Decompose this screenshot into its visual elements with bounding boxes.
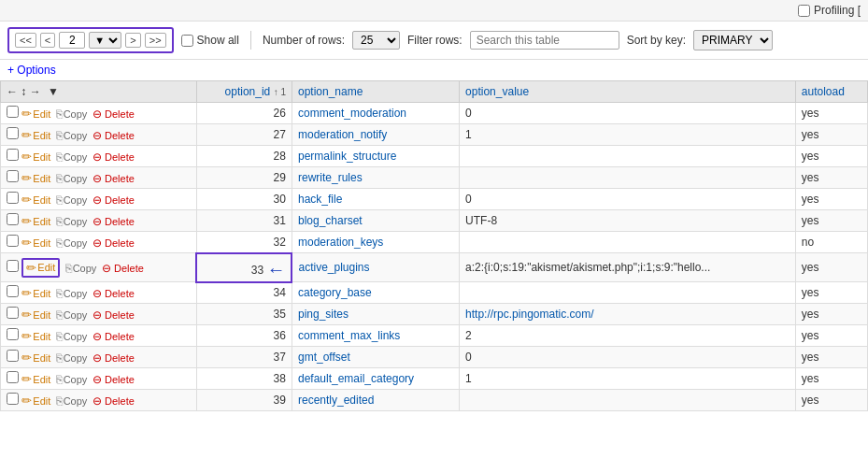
edit-link[interactable]: ✏ Edit xyxy=(21,193,50,207)
copy-link[interactable]: ⎘ Copy xyxy=(56,287,88,300)
option-name-link[interactable]: category_base xyxy=(298,286,372,299)
option-name-link[interactable]: moderation_keys xyxy=(298,236,383,249)
option-name-cell: rewrite_rules xyxy=(292,167,459,189)
delete-link[interactable]: Delete xyxy=(105,151,135,163)
edit-link[interactable]: ✏ Edit xyxy=(21,107,50,121)
copy-link[interactable]: ⎘ Copy xyxy=(56,330,88,343)
option-name-link[interactable]: rewrite_rules xyxy=(298,171,363,184)
edit-link[interactable]: ✏ Edit xyxy=(21,329,50,343)
copy-link[interactable]: ⎘ Copy xyxy=(56,308,88,322)
num-rows-select[interactable]: 25 50 100 xyxy=(352,31,400,50)
sort-autoload-link[interactable]: autoload xyxy=(802,85,845,98)
options-link[interactable]: + Options xyxy=(7,64,56,77)
option-name-link[interactable]: default_email_category xyxy=(298,372,414,385)
row-checkbox[interactable] xyxy=(7,393,19,405)
page-select[interactable]: ▼ xyxy=(89,32,121,49)
copy-icon: ⎘ xyxy=(56,373,63,386)
copy-link[interactable]: ⎘ Copy xyxy=(56,172,88,185)
row-checkbox[interactable] xyxy=(7,235,19,247)
row-checkbox[interactable] xyxy=(7,149,19,161)
edit-link[interactable]: ✏ Edit xyxy=(21,394,50,408)
row-checkbox[interactable] xyxy=(7,192,19,204)
delete-link[interactable]: Delete xyxy=(105,237,135,249)
option-value-cell: 2 xyxy=(460,325,796,347)
edit-cell: ✏ Edit xyxy=(21,287,53,300)
table-row: ✏ Edit ⎘ Copy ⊖ Delete 37 gmt_offset 0 y… xyxy=(1,347,868,368)
edit-link[interactable]: ✏ Edit xyxy=(21,171,50,185)
option-name-link[interactable]: permalink_structure xyxy=(298,150,396,163)
copy-link[interactable]: ⎘ Copy xyxy=(56,129,88,142)
first-page-button[interactable]: << xyxy=(15,33,36,48)
copy-link[interactable]: ⎘ Copy xyxy=(56,108,88,121)
option-name-link[interactable]: recently_edited xyxy=(298,394,374,407)
delete-link[interactable]: Delete xyxy=(105,130,135,141)
option-name-link[interactable]: hack_file xyxy=(298,193,342,206)
sort-option-id-link[interactable]: option_id xyxy=(225,85,271,98)
row-checkbox[interactable] xyxy=(7,285,19,297)
option-name-link[interactable]: gmt_offset xyxy=(298,351,350,364)
delete-link[interactable]: Delete xyxy=(105,173,135,184)
copy-link[interactable]: ⎘ Copy xyxy=(56,215,88,228)
delete-link[interactable]: Delete xyxy=(105,352,135,364)
sort-key-select[interactable]: PRIMARY xyxy=(693,30,773,50)
delete-link[interactable]: Delete xyxy=(105,395,135,407)
edit-link[interactable]: ✏ Edit xyxy=(21,150,50,164)
option-name-link[interactable]: ping_sites xyxy=(298,308,349,321)
option-name-link[interactable]: comment_moderation xyxy=(298,107,406,120)
option-name-link[interactable]: active_plugins xyxy=(298,261,369,274)
page-number-input[interactable] xyxy=(59,32,85,49)
next-page-button[interactable]: > xyxy=(125,33,140,48)
row-checkbox[interactable] xyxy=(7,127,19,139)
delete-link[interactable]: Delete xyxy=(105,331,135,342)
autoload-cell: yes xyxy=(795,304,867,325)
row-checkbox[interactable] xyxy=(7,328,19,340)
option-value-text: 0 xyxy=(465,193,472,206)
edit-link[interactable]: ✏ Edit xyxy=(21,214,50,228)
profiling-checkbox[interactable] xyxy=(798,5,810,17)
row-checkbox[interactable] xyxy=(7,213,19,225)
sort-option-value-link[interactable]: option_value xyxy=(465,85,529,98)
copy-link[interactable]: ⎘ Copy xyxy=(56,351,88,365)
copy-link[interactable]: ⎘ Copy xyxy=(65,262,97,275)
copy-link[interactable]: ⎘ Copy xyxy=(56,194,88,207)
copy-icon: ⎘ xyxy=(65,262,72,275)
delete-link[interactable]: Delete xyxy=(105,288,135,299)
edit-link[interactable]: ✏ Edit xyxy=(21,286,50,300)
prev-page-button[interactable]: < xyxy=(40,33,55,48)
option-name-link[interactable]: blog_charset xyxy=(298,214,363,227)
id-cell: 32 xyxy=(196,232,292,253)
edit-link[interactable]: ✏ Edit xyxy=(26,261,55,275)
sort-option-name-link[interactable]: option_name xyxy=(298,85,363,98)
delete-link[interactable]: Delete xyxy=(114,263,144,274)
row-checkbox[interactable] xyxy=(7,260,19,272)
edit-link[interactable]: ✏ Edit xyxy=(21,308,50,322)
row-checkbox[interactable] xyxy=(7,307,19,319)
show-all-checkbox[interactable] xyxy=(181,35,193,47)
filter-input[interactable] xyxy=(470,31,619,50)
option-name-link[interactable]: moderation_notify xyxy=(298,128,387,141)
row-checkbox[interactable] xyxy=(7,350,19,362)
edit-link[interactable]: ✏ Edit xyxy=(21,351,50,365)
row-checkbox[interactable] xyxy=(7,106,19,118)
row-checkbox[interactable] xyxy=(7,371,19,383)
delete-link[interactable]: Delete xyxy=(105,108,135,120)
delete-link[interactable]: Delete xyxy=(105,309,135,321)
delete-link[interactable]: Delete xyxy=(105,194,135,206)
copy-label: Copy xyxy=(64,374,88,385)
copy-link[interactable]: ⎘ Copy xyxy=(56,373,88,386)
last-page-button[interactable]: >> xyxy=(145,33,166,48)
delete-link[interactable]: Delete xyxy=(105,374,135,385)
option-name-link[interactable]: comment_max_links xyxy=(298,329,400,342)
delete-circle-icon: ⊖ xyxy=(92,330,102,343)
delete-link[interactable]: Delete xyxy=(105,216,135,227)
sort-label: Sort by key: xyxy=(627,34,686,47)
row-checkbox[interactable] xyxy=(7,170,19,182)
delete-label: Delete xyxy=(105,309,135,321)
edit-link[interactable]: ✏ Edit xyxy=(21,236,50,250)
copy-link[interactable]: ⎘ Copy xyxy=(56,236,88,250)
edit-link[interactable]: ✏ Edit xyxy=(21,372,50,386)
copy-link[interactable]: ⎘ Copy xyxy=(56,150,88,164)
option-value-link[interactable]: http://rpc.pingomatic.com/ xyxy=(465,308,593,321)
copy-link[interactable]: ⎘ Copy xyxy=(56,394,88,408)
edit-link[interactable]: ✏ Edit xyxy=(21,128,50,142)
